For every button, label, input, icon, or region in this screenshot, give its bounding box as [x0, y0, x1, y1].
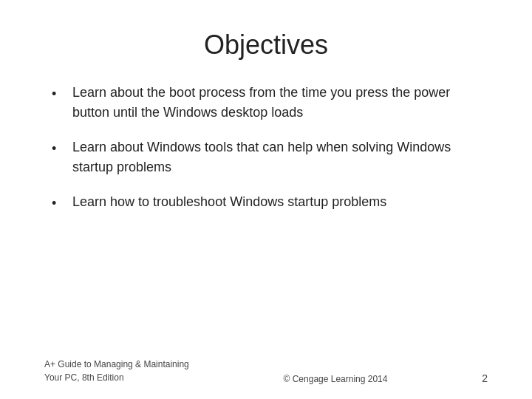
list-item: • Learn about the boot process from the … [52, 83, 488, 123]
slide-title: Objectives [44, 30, 488, 61]
footer-page-number: 2 [482, 372, 488, 384]
bullet-text: Learn about Windows tools that can help … [72, 137, 488, 177]
footer-left-line1: A+ Guide to Managing & Maintaining [44, 358, 189, 371]
bullet-dot: • [52, 194, 66, 214]
slide: Objectives • Learn about the boot proces… [0, 0, 532, 399]
bullet-list: • Learn about the boot process from the … [52, 83, 488, 350]
slide-footer: A+ Guide to Managing & Maintaining Your … [44, 350, 488, 384]
footer-left-line2: Your PC, 8th Edition [44, 371, 189, 384]
list-item: • Learn how to troubleshoot Windows star… [52, 192, 488, 214]
bullet-text: Learn how to troubleshoot Windows startu… [72, 192, 488, 212]
bullet-dot: • [52, 139, 66, 159]
bullet-text: Learn about the boot process from the ti… [72, 83, 488, 123]
footer-left: A+ Guide to Managing & Maintaining Your … [44, 358, 189, 384]
bullet-dot: • [52, 84, 66, 104]
list-item: • Learn about Windows tools that can hel… [52, 137, 488, 177]
footer-center: © Cengage Learning 2014 [284, 374, 388, 384]
